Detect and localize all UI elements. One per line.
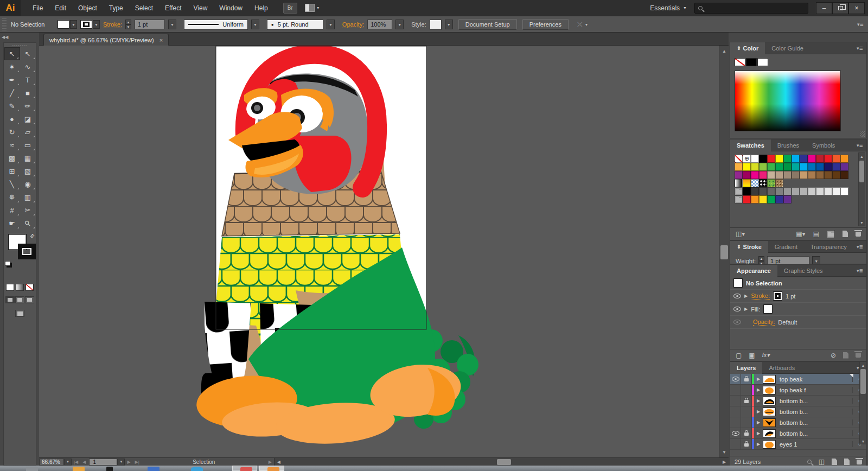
variable-width-select[interactable]: Uniform <box>184 20 248 30</box>
swatch-aa7c4f[interactable] <box>808 171 816 179</box>
lock-toggle[interactable] <box>741 428 752 438</box>
taskbar-cursor-icon[interactable] <box>106 467 113 471</box>
workspace-switcher[interactable]: Essentials ▼ <box>650 4 687 12</box>
layer-name[interactable]: bottom b... <box>776 430 852 437</box>
artboard-dropdown-icon[interactable]: ▼ <box>117 459 125 466</box>
expand-layer-icon[interactable]: ▶ <box>754 409 763 414</box>
expand-icon[interactable]: ▶ <box>744 307 748 311</box>
swatch-00aeef[interactable] <box>792 155 800 163</box>
zoom-dropdown-icon[interactable]: ▼ <box>64 459 72 466</box>
draw-normal-button[interactable] <box>5 296 15 303</box>
swatch-gradoy[interactable] <box>743 179 751 187</box>
scroll-down-icon[interactable]: ▼ <box>719 448 729 456</box>
swatch-f2f2f2[interactable] <box>832 187 840 195</box>
scroll-up-icon[interactable]: ▲ <box>859 153 865 160</box>
swatch-f7941d[interactable] <box>751 195 759 203</box>
control-bar-menu-icon[interactable]: ▾≣ <box>857 22 864 27</box>
shape-builder-tool[interactable]: ▩ <box>4 151 20 164</box>
swatch-f15a29[interactable] <box>832 155 840 163</box>
slice-tool[interactable]: ✂ <box>20 203 36 217</box>
fill-color-widget[interactable]: ▼ <box>58 20 77 29</box>
swatch-00a651[interactable] <box>775 163 783 171</box>
visibility-toggle[interactable] <box>730 406 741 417</box>
swatch-1b1464[interactable] <box>824 163 832 171</box>
zoom-level-field[interactable]: 66.67% <box>39 459 64 466</box>
stroke-link[interactable]: Stroke: <box>751 292 770 300</box>
scroll-down-icon[interactable]: ▼ <box>860 438 866 444</box>
swatch-39b54a[interactable] <box>767 163 775 171</box>
swatch-8a7866[interactable] <box>792 171 800 179</box>
vertical-scrollbar[interactable]: ▲ ▼ <box>719 46 729 457</box>
swatch-ffde17[interactable] <box>759 195 767 203</box>
rotate-tool[interactable]: ↻ <box>4 125 20 138</box>
document-setup-button[interactable]: Document Setup <box>458 19 517 30</box>
make-clipping-mask-icon[interactable]: ◫ <box>819 458 825 466</box>
gradient-button[interactable] <box>16 284 24 291</box>
layer-name[interactable]: eyes 1 <box>776 441 852 448</box>
restore-button[interactable] <box>832 2 848 14</box>
swatch-603913[interactable] <box>832 171 840 179</box>
lasso-tool[interactable]: ∿ <box>20 60 36 73</box>
scroll-thumb[interactable] <box>859 161 864 182</box>
color-button[interactable] <box>6 284 14 291</box>
layer-row-5[interactable]: ▶bottom b...○ <box>730 417 866 428</box>
swatch-ed1c24[interactable] <box>824 155 832 163</box>
artboard-number-field[interactable]: 1 <box>89 459 117 466</box>
black-color-chip[interactable] <box>746 58 757 66</box>
swatch-8c6239[interactable] <box>816 171 824 179</box>
swatch-a6a6a6[interactable] <box>792 187 800 195</box>
stroke-weight-field[interactable]: 1 pt <box>135 20 165 29</box>
locate-object-icon[interactable] <box>807 460 812 464</box>
prev-artboard-icon[interactable]: ◀ <box>80 460 88 464</box>
swatch-9e005d[interactable] <box>743 171 751 179</box>
pencil-tool[interactable]: ✏ <box>20 99 36 112</box>
fill-swatch[interactable] <box>763 304 773 314</box>
add-effect-icon[interactable]: fx▾ <box>762 352 770 359</box>
panel-menu-icon[interactable]: ▾≣ <box>857 244 866 250</box>
swatch-009444[interactable] <box>783 163 792 171</box>
swatch-be1e2d[interactable] <box>816 155 824 163</box>
layer-row-6[interactable]: ▶bottom b...○ <box>730 428 866 439</box>
new-layer-icon[interactable] <box>844 459 850 465</box>
pen-tool[interactable]: ✒ <box>4 73 20 86</box>
swatch-e6e6e6[interactable] <box>824 187 832 195</box>
add-stroke-icon[interactable]: ▢ <box>736 352 742 359</box>
free-transform-tool[interactable]: ▭ <box>20 138 36 151</box>
menu-file[interactable]: File <box>27 3 48 14</box>
swatch-00a651[interactable] <box>767 195 775 203</box>
swatch-999999[interactable] <box>783 187 792 195</box>
last-artboard-icon[interactable]: ▶| <box>133 460 142 464</box>
stroke-swatch[interactable] <box>773 291 782 301</box>
swatch-options-icon[interactable]: ▤ <box>813 230 819 238</box>
opacity-field[interactable]: 100% <box>367 20 392 29</box>
magic-wand-tool[interactable]: ✶ <box>4 60 20 73</box>
selection-tool[interactable]: ↖ <box>4 47 20 60</box>
rectangle-tool[interactable]: ■ <box>20 86 36 99</box>
swatch-4d4d4d[interactable] <box>759 187 767 195</box>
lock-toggle[interactable] <box>741 374 752 384</box>
taskbar-button-active[interactable] <box>259 466 284 471</box>
opacity-panel-link[interactable]: Opacity: <box>342 21 364 28</box>
tab-graphic-styles[interactable]: Graphic Styles <box>777 265 829 277</box>
swatch-d7df23[interactable] <box>751 163 759 171</box>
next-artboard-icon[interactable]: ▶ <box>125 460 132 464</box>
eye-icon[interactable] <box>733 294 741 298</box>
zoom-tool[interactable]: ⚲ <box>20 217 36 230</box>
collapse-dock-icon[interactable]: ◀◀ <box>2 35 8 40</box>
layers-scrollbar[interactable]: ▲ ▼ <box>859 362 866 444</box>
search-input[interactable] <box>694 3 808 14</box>
isolate-selection-button[interactable]: ⤬ ▼ <box>577 21 589 28</box>
expand-layer-icon[interactable]: ▶ <box>754 431 763 436</box>
draw-behind-button[interactable] <box>15 296 24 303</box>
layer-row-1[interactable]: ▶top beak○ <box>730 374 866 385</box>
layer-name[interactable]: bottom b... <box>776 419 852 426</box>
swatch-f7941d[interactable] <box>840 155 848 163</box>
scroll-left-icon[interactable]: ◀ <box>275 458 283 466</box>
color-spectrum[interactable] <box>735 71 841 131</box>
tab-brushes[interactable]: Brushes <box>771 139 806 151</box>
layer-name[interactable]: top beak f <box>776 387 852 393</box>
appearance-stroke-row[interactable]: ▶ Stroke: 1 pt <box>730 290 866 303</box>
stroke-swatch[interactable] <box>18 244 36 259</box>
visibility-toggle[interactable] <box>730 417 741 428</box>
swatch-ed1c24[interactable] <box>743 195 751 203</box>
